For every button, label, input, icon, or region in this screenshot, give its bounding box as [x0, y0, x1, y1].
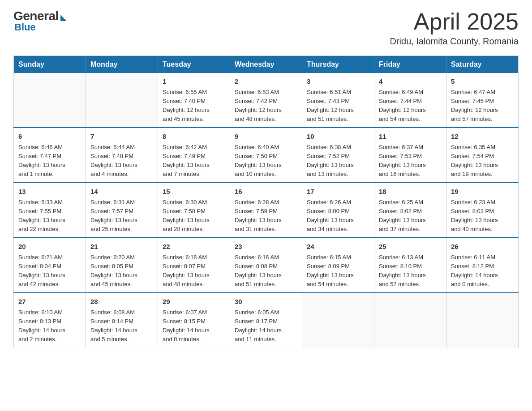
day-number: 15 — [163, 187, 225, 197]
day-number: 22 — [163, 242, 225, 252]
day-info: Sunrise: 6:42 AMSunset: 7:49 PMDaylight:… — [163, 143, 225, 179]
calendar-cell: 18Sunrise: 6:25 AMSunset: 8:02 PMDayligh… — [374, 183, 446, 238]
calendar-cell — [374, 293, 446, 348]
day-number: 21 — [90, 242, 153, 252]
calendar-header-friday: Friday — [374, 56, 446, 73]
day-info: Sunrise: 6:31 AMSunset: 7:57 PMDaylight:… — [90, 198, 153, 234]
day-info: Sunrise: 6:20 AMSunset: 8:05 PMDaylight:… — [90, 253, 153, 289]
day-info: Sunrise: 6:15 AMSunset: 8:09 PMDaylight:… — [307, 253, 369, 289]
day-info: Sunrise: 6:51 AMSunset: 7:43 PMDaylight:… — [307, 88, 369, 124]
logo-triangle-icon — [60, 15, 67, 21]
day-info: Sunrise: 6:37 AMSunset: 7:53 PMDaylight:… — [379, 143, 442, 179]
calendar-table: SundayMondayTuesdayWednesdayThursdayFrid… — [13, 56, 519, 348]
day-number: 20 — [18, 242, 81, 252]
calendar-cell: 4Sunrise: 6:49 AMSunset: 7:44 PMDaylight… — [374, 73, 446, 128]
calendar-header-monday: Monday — [86, 56, 158, 73]
calendar-cell: 2Sunrise: 6:53 AMSunset: 7:42 PMDaylight… — [230, 73, 302, 128]
day-info: Sunrise: 6:28 AMSunset: 7:59 PMDaylight:… — [235, 198, 297, 234]
day-info: Sunrise: 6:07 AMSunset: 8:15 PMDaylight:… — [163, 308, 225, 344]
day-number: 7 — [90, 132, 153, 142]
calendar-cell: 30Sunrise: 6:05 AMSunset: 8:17 PMDayligh… — [230, 293, 302, 348]
day-number: 25 — [379, 242, 442, 252]
calendar-cell: 15Sunrise: 6:30 AMSunset: 7:58 PMDayligh… — [158, 183, 230, 238]
calendar-cell — [446, 293, 519, 348]
calendar-cell: 14Sunrise: 6:31 AMSunset: 7:57 PMDayligh… — [86, 183, 158, 238]
day-number: 5 — [451, 77, 514, 87]
calendar-cell: 28Sunrise: 6:08 AMSunset: 8:14 PMDayligh… — [86, 293, 158, 348]
calendar-cell: 5Sunrise: 6:47 AMSunset: 7:45 PMDaylight… — [446, 73, 519, 128]
calendar-cell: 13Sunrise: 6:33 AMSunset: 7:55 PMDayligh… — [14, 183, 86, 238]
day-number: 9 — [235, 132, 297, 142]
month-title: April 2025 — [390, 9, 519, 34]
calendar-week-row: 6Sunrise: 6:46 AMSunset: 7:47 PMDaylight… — [14, 128, 519, 183]
calendar-header-tuesday: Tuesday — [158, 56, 230, 73]
day-number: 24 — [307, 242, 369, 252]
day-number: 30 — [235, 297, 297, 307]
calendar-cell: 10Sunrise: 6:38 AMSunset: 7:52 PMDayligh… — [302, 128, 374, 183]
day-info: Sunrise: 6:33 AMSunset: 7:55 PMDaylight:… — [18, 198, 81, 234]
calendar-cell: 6Sunrise: 6:46 AMSunset: 7:47 PMDaylight… — [14, 128, 86, 183]
calendar-cell: 16Sunrise: 6:28 AMSunset: 7:59 PMDayligh… — [230, 183, 302, 238]
calendar-week-row: 20Sunrise: 6:21 AMSunset: 8:04 PMDayligh… — [14, 238, 519, 293]
day-info: Sunrise: 6:23 AMSunset: 8:03 PMDaylight:… — [451, 198, 514, 234]
day-info: Sunrise: 6:10 AMSunset: 8:13 PMDaylight:… — [18, 308, 81, 344]
day-number: 26 — [451, 242, 514, 252]
calendar-cell — [302, 293, 374, 348]
day-number: 11 — [379, 132, 442, 142]
day-info: Sunrise: 6:05 AMSunset: 8:17 PMDaylight:… — [235, 308, 297, 344]
day-number: 17 — [307, 187, 369, 197]
day-info: Sunrise: 6:25 AMSunset: 8:02 PMDaylight:… — [379, 198, 442, 234]
calendar-cell: 1Sunrise: 6:55 AMSunset: 7:40 PMDaylight… — [158, 73, 230, 128]
calendar-week-row: 13Sunrise: 6:33 AMSunset: 7:55 PMDayligh… — [14, 183, 519, 238]
title-section: April 2025 Dridu, Ialomita County, Roman… — [390, 9, 519, 47]
day-number: 29 — [163, 297, 225, 307]
day-number: 10 — [307, 132, 369, 142]
day-number: 18 — [379, 187, 442, 197]
day-info: Sunrise: 6:44 AMSunset: 7:48 PMDaylight:… — [90, 143, 153, 179]
calendar-cell — [86, 73, 158, 128]
calendar-cell: 12Sunrise: 6:35 AMSunset: 7:54 PMDayligh… — [446, 128, 519, 183]
day-info: Sunrise: 6:35 AMSunset: 7:54 PMDaylight:… — [451, 143, 514, 179]
calendar-cell: 27Sunrise: 6:10 AMSunset: 8:13 PMDayligh… — [14, 293, 86, 348]
calendar-header-thursday: Thursday — [302, 56, 374, 73]
day-number: 4 — [379, 77, 442, 87]
day-number: 27 — [18, 297, 81, 307]
day-number: 2 — [235, 77, 297, 87]
day-number: 12 — [451, 132, 514, 142]
day-number: 19 — [451, 187, 514, 197]
calendar-cell: 9Sunrise: 6:40 AMSunset: 7:50 PMDaylight… — [230, 128, 302, 183]
page-header: General Blue April 2025 Dridu, Ialomita … — [13, 9, 519, 47]
day-number: 3 — [307, 77, 369, 87]
calendar-cell: 23Sunrise: 6:16 AMSunset: 8:08 PMDayligh… — [230, 238, 302, 293]
logo-blue-text: Blue — [14, 21, 36, 33]
calendar-header-sunday: Sunday — [14, 56, 86, 73]
calendar-week-row: 27Sunrise: 6:10 AMSunset: 8:13 PMDayligh… — [14, 293, 519, 348]
day-info: Sunrise: 6:18 AMSunset: 8:07 PMDaylight:… — [163, 253, 225, 289]
calendar-cell — [14, 73, 86, 128]
day-info: Sunrise: 6:26 AMSunset: 8:00 PMDaylight:… — [307, 198, 369, 234]
day-number: 1 — [163, 77, 225, 87]
calendar-cell: 29Sunrise: 6:07 AMSunset: 8:15 PMDayligh… — [158, 293, 230, 348]
day-info: Sunrise: 6:11 AMSunset: 8:12 PMDaylight:… — [451, 253, 514, 289]
calendar-header-wednesday: Wednesday — [230, 56, 302, 73]
day-info: Sunrise: 6:30 AMSunset: 7:58 PMDaylight:… — [163, 198, 225, 234]
calendar-header-row: SundayMondayTuesdayWednesdayThursdayFrid… — [14, 56, 519, 73]
day-info: Sunrise: 6:49 AMSunset: 7:44 PMDaylight:… — [379, 88, 442, 124]
calendar-cell: 20Sunrise: 6:21 AMSunset: 8:04 PMDayligh… — [14, 238, 86, 293]
day-info: Sunrise: 6:46 AMSunset: 7:47 PMDaylight:… — [18, 143, 81, 179]
day-info: Sunrise: 6:55 AMSunset: 7:40 PMDaylight:… — [163, 88, 225, 124]
calendar-cell: 8Sunrise: 6:42 AMSunset: 7:49 PMDaylight… — [158, 128, 230, 183]
day-number: 16 — [235, 187, 297, 197]
day-info: Sunrise: 6:21 AMSunset: 8:04 PMDaylight:… — [18, 253, 81, 289]
day-number: 13 — [18, 187, 81, 197]
calendar-cell: 7Sunrise: 6:44 AMSunset: 7:48 PMDaylight… — [86, 128, 158, 183]
day-number: 28 — [90, 297, 153, 307]
day-info: Sunrise: 6:16 AMSunset: 8:08 PMDaylight:… — [235, 253, 297, 289]
calendar-cell: 26Sunrise: 6:11 AMSunset: 8:12 PMDayligh… — [446, 238, 519, 293]
day-info: Sunrise: 6:47 AMSunset: 7:45 PMDaylight:… — [451, 88, 514, 124]
calendar-cell: 21Sunrise: 6:20 AMSunset: 8:05 PMDayligh… — [86, 238, 158, 293]
calendar-cell: 3Sunrise: 6:51 AMSunset: 7:43 PMDaylight… — [302, 73, 374, 128]
calendar-cell: 25Sunrise: 6:13 AMSunset: 8:10 PMDayligh… — [374, 238, 446, 293]
calendar-cell: 11Sunrise: 6:37 AMSunset: 7:53 PMDayligh… — [374, 128, 446, 183]
calendar-header-saturday: Saturday — [446, 56, 519, 73]
